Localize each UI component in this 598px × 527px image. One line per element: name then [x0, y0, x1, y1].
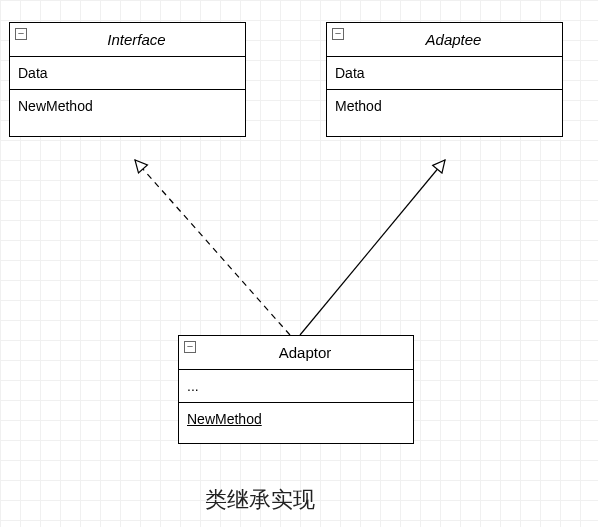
- uml-class-adaptee: − Adaptee Data Method: [326, 22, 563, 137]
- attribute-label: Data: [18, 65, 48, 81]
- class-name-label: Interface: [107, 31, 165, 48]
- methods-section: Method: [327, 89, 562, 136]
- attributes-section: ...: [179, 370, 413, 402]
- attributes-section: Data: [327, 57, 562, 89]
- methods-section: NewMethod: [10, 89, 245, 136]
- diagram-caption: 类继承实现: [205, 485, 315, 515]
- uml-class-adaptor: − Adaptor ... NewMethod: [178, 335, 414, 444]
- collapse-icon[interactable]: −: [15, 28, 27, 40]
- method-label: NewMethod: [18, 98, 93, 114]
- attribute-label: ...: [187, 378, 199, 394]
- method-label: Method: [335, 98, 382, 114]
- class-name-label: Adaptee: [426, 31, 482, 48]
- methods-section: NewMethod: [179, 402, 413, 443]
- uml-class-interface: − Interface Data NewMethod: [9, 22, 246, 137]
- class-title: − Adaptor: [179, 336, 413, 370]
- method-label: NewMethod: [187, 411, 262, 427]
- class-title: − Adaptee: [327, 23, 562, 57]
- collapse-icon[interactable]: −: [332, 28, 344, 40]
- attribute-label: Data: [335, 65, 365, 81]
- class-title: − Interface: [10, 23, 245, 57]
- class-name-label: Adaptor: [279, 344, 332, 361]
- attributes-section: Data: [10, 57, 245, 89]
- collapse-icon[interactable]: −: [184, 341, 196, 353]
